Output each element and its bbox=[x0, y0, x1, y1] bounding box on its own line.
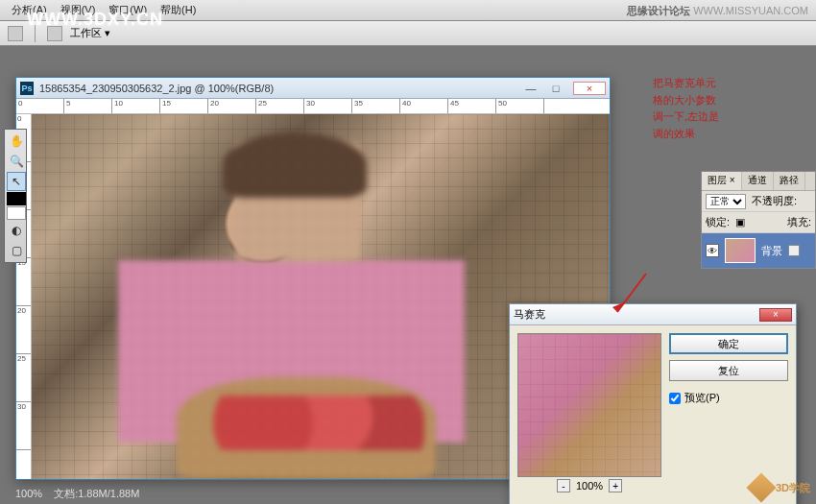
layers-panel: 图层 × 通道 路径 正常 不透明度: 锁定: ▣ 填充: 👁 背景 bbox=[701, 171, 816, 269]
tool-swatch-bg[interactable] bbox=[7, 206, 26, 220]
layer-thumbnail bbox=[725, 238, 756, 263]
dialog-titlebar[interactable]: 马赛克 × bbox=[510, 304, 796, 325]
tool-preset-icon[interactable] bbox=[8, 26, 23, 41]
tool-quickmask[interactable]: ◐ bbox=[7, 221, 26, 240]
horizontal-ruler: 05101520253035404550 bbox=[16, 99, 610, 114]
close-button[interactable]: × bbox=[573, 82, 606, 95]
fill-label: 填充: bbox=[787, 215, 811, 229]
lock-label: 锁定: bbox=[706, 215, 730, 229]
dialog-title: 马赛克 bbox=[514, 307, 545, 322]
annotation-text: 把马赛克单元格的大小参数调一下,左边是调的效果 bbox=[653, 75, 787, 142]
preview-label: 预览(P) bbox=[684, 391, 720, 405]
panel-tabs: 图层 × 通道 路径 bbox=[702, 172, 815, 191]
status-bar: 100% 文档:1.88M/1.88M bbox=[15, 485, 139, 502]
filter-preview[interactable] bbox=[517, 333, 661, 477]
cube-icon bbox=[746, 472, 776, 502]
watermark-3dschool: 3D学院 bbox=[751, 477, 810, 498]
watermark-3dxy: WWW.3DXY.CN bbox=[27, 10, 163, 30]
layer-name: 背景 bbox=[761, 244, 782, 258]
blend-mode-select[interactable]: 正常 bbox=[706, 194, 746, 209]
preview-zoom: 100% bbox=[576, 480, 603, 492]
watermark-forum: 思缘设计论坛 WWW.MISSYUAN.COM bbox=[627, 4, 808, 18]
tab-channels[interactable]: 通道 bbox=[742, 172, 774, 190]
dialog-close-button[interactable]: × bbox=[759, 308, 792, 322]
mosaic-dialog: 马赛克 × - 100% + 确定 复位 预览(P) 单元格大小(C): 方形 bbox=[509, 303, 797, 504]
preview-checkbox-row[interactable]: 预览(P) bbox=[669, 391, 788, 405]
tool-screenmode[interactable]: ▢ bbox=[7, 241, 26, 260]
ok-button[interactable]: 确定 bbox=[669, 333, 788, 354]
lock-icon bbox=[788, 245, 800, 256]
maximize-button[interactable]: □ bbox=[546, 82, 565, 95]
layer-item-background[interactable]: 👁 背景 bbox=[702, 233, 815, 268]
opacity-label: 不透明度: bbox=[752, 194, 797, 208]
tool-hand[interactable]: ✋ bbox=[7, 132, 26, 151]
document-title: 15865354_230950305632_2.jpg @ 100%(RGB/8… bbox=[39, 83, 516, 94]
preview-checkbox[interactable] bbox=[669, 393, 681, 404]
zoom-level[interactable]: 100% bbox=[15, 488, 42, 499]
lock-icon[interactable]: ▣ bbox=[735, 216, 745, 228]
visibility-icon[interactable]: 👁 bbox=[706, 244, 719, 257]
tool-zoom[interactable]: 🔍 bbox=[7, 152, 26, 171]
ps-icon: Ps bbox=[20, 82, 34, 95]
toolbox: ✋ 🔍 ↖ ◐ ▢ bbox=[4, 129, 27, 263]
tab-layers[interactable]: 图层 × bbox=[702, 172, 742, 190]
annotation-arrow bbox=[603, 269, 651, 326]
tool-swatch-fg[interactable] bbox=[7, 192, 26, 205]
reset-button[interactable]: 复位 bbox=[669, 360, 788, 381]
minimize-button[interactable]: — bbox=[521, 82, 540, 95]
zoom-out-button[interactable]: - bbox=[557, 479, 570, 492]
document-titlebar[interactable]: Ps 15865354_230950305632_2.jpg @ 100%(RG… bbox=[16, 78, 610, 99]
zoom-in-button[interactable]: + bbox=[609, 479, 622, 492]
doc-size: 文档:1.88M/1.88M bbox=[54, 487, 139, 501]
tab-paths[interactable]: 路径 bbox=[774, 172, 805, 190]
tool-move[interactable]: ↖ bbox=[7, 172, 26, 191]
